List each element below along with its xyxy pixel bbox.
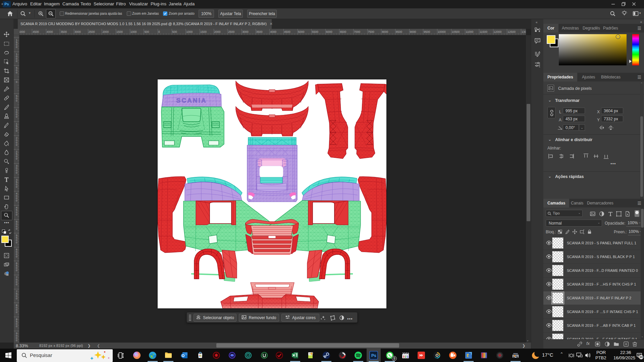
svg-text:1: 1 xyxy=(407,355,409,358)
svg-text:3: 3 xyxy=(403,355,405,358)
svg-text:Ps: Ps xyxy=(371,353,376,358)
svg-text:2: 2 xyxy=(405,355,407,358)
svg-text:SCANIA: SCANIA xyxy=(176,97,207,104)
